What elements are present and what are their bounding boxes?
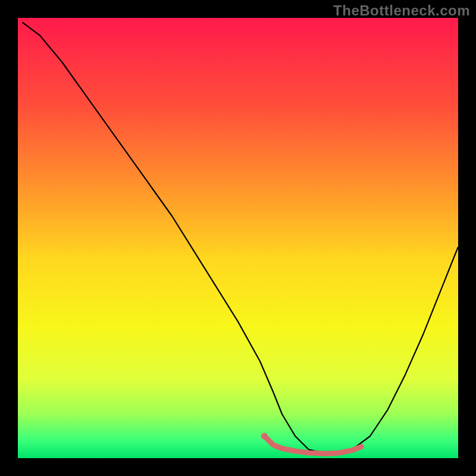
optimal_start_dot — [261, 433, 268, 440]
watermark-text: TheBottleneck.com — [333, 2, 470, 19]
chart-frame: TheBottleneck.com — [0, 0, 476, 476]
bottleneck-chart — [0, 0, 476, 476]
marker-layer — [261, 433, 268, 440]
plot-background — [18, 18, 458, 458]
